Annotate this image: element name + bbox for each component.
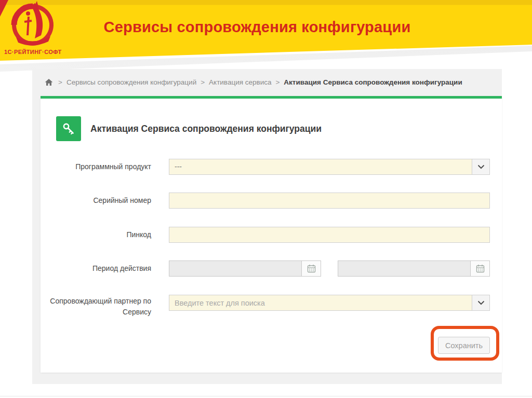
- bottom-divider: [0, 396, 532, 396]
- label-pincode: Пинкод: [46, 227, 151, 243]
- product-select[interactable]: ---: [169, 159, 490, 175]
- page: 1С·РЕЙТИНГ·СОФТ Сервисы сопровождения ко…: [0, 0, 532, 398]
- logo-text: 1С·РЕЙТИНГ·СОФТ: [4, 49, 61, 55]
- period-to-field: [338, 260, 490, 277]
- save-button[interactable]: Сохранить: [438, 337, 490, 354]
- breadcrumb-separator: >: [201, 78, 205, 86]
- partner-search-input[interactable]: [169, 295, 472, 310]
- period-from-input[interactable]: [169, 261, 301, 276]
- period-to-input[interactable]: [338, 261, 470, 276]
- pincode-input[interactable]: [169, 227, 490, 243]
- breadcrumb-separator: >: [58, 78, 62, 86]
- key-badge: [56, 116, 81, 141]
- partner-search-select: [169, 295, 490, 311]
- product-select-value: ---: [169, 159, 472, 174]
- page-title: Сервисы сопровождения конфигурации: [0, 19, 514, 36]
- content-panel: > Сервисы сопровождения конфигураций > А…: [32, 69, 502, 384]
- label-serial: Серийный номер: [46, 193, 151, 209]
- breadcrumb: > Сервисы сопровождения конфигураций > А…: [45, 77, 462, 87]
- card-title: Активация Сервиса сопровождения конфигур…: [90, 116, 322, 141]
- home-icon[interactable]: [45, 78, 53, 86]
- chevron-down-icon: [477, 164, 485, 169]
- label-period: Период действия: [46, 260, 151, 277]
- calendar-icon: [307, 264, 316, 273]
- breadcrumb-separator: >: [275, 78, 280, 86]
- calendar-icon: [476, 264, 485, 273]
- product-select-dropdown-button[interactable]: [472, 159, 489, 174]
- form-card: Активация Сервиса сопровождения конфигур…: [41, 96, 502, 373]
- serial-number-input[interactable]: [169, 193, 490, 209]
- breadcrumb-item-activation[interactable]: Активация сервиса: [209, 78, 271, 86]
- label-partner: Сопровождающий партнер по Сервису: [46, 296, 151, 318]
- breadcrumb-item-services[interactable]: Сервисы сопровождения конфигураций: [66, 78, 196, 86]
- key-icon: [61, 121, 76, 136]
- breadcrumb-item-current: Активация Сервиса сопровождения конфигур…: [284, 78, 462, 86]
- period-from-field: [169, 260, 321, 277]
- period-from-calendar-button[interactable]: [301, 261, 321, 276]
- label-product: Программный продукт: [46, 159, 151, 175]
- chevron-down-icon: [477, 300, 485, 305]
- partner-select-dropdown-button[interactable]: [472, 295, 489, 310]
- period-to-calendar-button[interactable]: [470, 261, 489, 276]
